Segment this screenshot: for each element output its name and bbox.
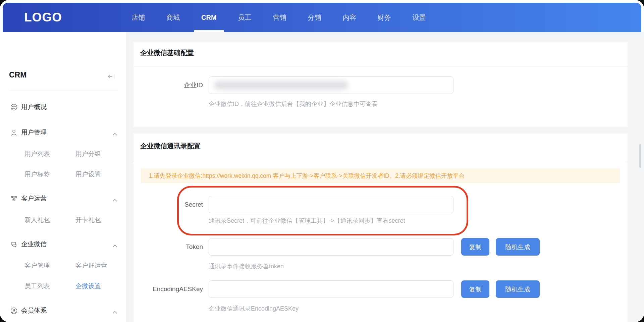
sidebar-item-customer-ops[interactable]: 客户运营 — [10, 194, 117, 204]
secret-field — [209, 196, 453, 213]
corp-id-field — [209, 76, 453, 94]
sidebar-divider — [9, 91, 118, 91]
token-copy-button[interactable]: 复制 — [461, 238, 489, 256]
nav-tab-marketing[interactable]: 营销 — [273, 13, 286, 22]
chevron-up-icon[interactable] — [112, 243, 117, 249]
logo: LOGO — [24, 3, 62, 32]
aes-key-label: EncodingAESKey — [140, 280, 203, 298]
sidebar-item-label: 用户概况 — [21, 103, 47, 111]
nav-tabs: 店铺 商城 CRM 员工 营销 分销 内容 财务 设置 — [131, 3, 426, 32]
aes-key-field — [209, 280, 453, 298]
chevron-up-icon[interactable] — [112, 131, 117, 137]
section-title: 企业微信通讯录配置 — [140, 142, 201, 151]
section-title: 企业微信基础配置 — [140, 48, 194, 57]
aes-key-help: 企业微信通讯录EncodingAESKey — [209, 305, 299, 313]
sidebar-subitem-user-tags[interactable]: 用户标签 — [24, 170, 50, 179]
token-generate-button[interactable]: 随机生成 — [496, 238, 540, 256]
sidebar-subitem-user-settings[interactable]: 用户设置 — [75, 170, 101, 179]
collapse-sidebar-icon[interactable] — [107, 73, 115, 81]
secret-label: Secret — [140, 196, 203, 213]
sidebar-subitem-customer-group-ops[interactable]: 客户群运营 — [75, 261, 107, 270]
sidebar-item-membership[interactable]: 会员体系 — [10, 306, 117, 316]
aes-key-copy-button[interactable]: 复制 — [461, 280, 489, 298]
member-icon — [10, 307, 17, 314]
sidebar-item-user-management[interactable]: 用户管理 — [10, 127, 117, 138]
customer-ops-icon — [10, 195, 17, 202]
active-tab-indicator — [194, 30, 224, 32]
sidebar-item-wecom[interactable]: 企业微信 — [10, 239, 117, 249]
wecom-notice-banner: 1.请先登录企业微信:https://work.weixin.qq.com 客户… — [141, 168, 620, 183]
token-field — [209, 238, 453, 256]
main-content: 企业微信基础配置 企业ID 企业微信ID，前往企业微信后台【我的企业】企业信息中… — [126, 32, 644, 322]
wecom-chat-icon — [10, 240, 17, 248]
chevron-up-icon[interactable] — [112, 197, 117, 203]
nav-tab-finance[interactable]: 财务 — [378, 13, 391, 22]
sidebar-item-user-overview[interactable]: 用户概况 — [10, 102, 117, 112]
sidebar-subitem-staff-list[interactable]: 员工列表 — [24, 282, 50, 290]
nav-tab-content[interactable]: 内容 — [343, 13, 356, 22]
nav-tab-staff[interactable]: 员工 — [238, 13, 252, 22]
sidebar-item-label: 用户管理 — [21, 128, 47, 137]
aes-key-generate-button[interactable]: 随机生成 — [496, 280, 540, 298]
corp-id-input[interactable] — [209, 76, 453, 94]
user-icon — [10, 129, 17, 136]
nav-tab-settings[interactable]: 设置 — [413, 13, 426, 22]
users-overview-icon — [10, 103, 17, 111]
sidebar-item-label: 企业微信 — [21, 240, 47, 249]
sidebar-subitem-card-gift[interactable]: 开卡礼包 — [75, 216, 101, 224]
sidebar-subitem-wecom-settings[interactable]: 企微设置 — [75, 282, 101, 290]
top-navbar: LOGO 店铺 商城 CRM 员工 营销 分销 内容 财务 设置 — [3, 3, 641, 32]
secret-help: 通讯录Secret，可前往企业微信【管理工具】->【通讯录同步】查看secret — [209, 217, 405, 225]
sidebar-item-label: 会员体系 — [21, 306, 47, 315]
sidebar-title: CRM — [9, 70, 26, 79]
scrollbar-thumb[interactable] — [639, 144, 641, 168]
corp-id-label: 企业ID — [140, 76, 203, 94]
aes-key-input[interactable] — [209, 280, 453, 298]
sidebar-subitem-user-list[interactable]: 用户列表 — [24, 150, 50, 158]
nav-tab-shop[interactable]: 店铺 — [131, 13, 145, 22]
chevron-up-icon[interactable] — [112, 309, 117, 315]
wecom-contacts-config-card: 企业微信通讯录配置 1.请先登录企业微信:https://work.weixin… — [133, 133, 628, 322]
nav-tab-mall[interactable]: 商城 — [166, 13, 180, 22]
sidebar: CRM 用户概况 — [0, 32, 126, 322]
token-input[interactable] — [209, 238, 453, 256]
sidebar-subitem-customer-management[interactable]: 客户管理 — [24, 261, 50, 270]
app-window: LOGO 店铺 商城 CRM 员工 营销 分销 内容 财务 设置 CRM — [0, 0, 644, 322]
secret-input[interactable] — [209, 196, 453, 213]
section-divider — [133, 161, 628, 161]
wecom-basic-config-card: 企业微信基础配置 企业ID 企业微信ID，前往企业微信后台【我的企业】企业信息中… — [133, 42, 628, 127]
corp-id-help: 企业微信ID，前往企业微信后台【我的企业】企业信息中可查看 — [209, 100, 378, 108]
token-label: Token — [140, 238, 203, 256]
sidebar-subitem-newbie-gift[interactable]: 新人礼包 — [24, 216, 50, 224]
section-divider — [133, 66, 628, 66]
nav-tab-crm[interactable]: CRM — [201, 14, 217, 21]
sidebar-item-label: 客户运营 — [21, 194, 47, 203]
nav-tab-distribution[interactable]: 分销 — [308, 13, 321, 22]
sidebar-subitem-user-groups[interactable]: 用户分组 — [75, 150, 101, 158]
token-help: 通讯录事件接收服务器token — [209, 262, 284, 270]
